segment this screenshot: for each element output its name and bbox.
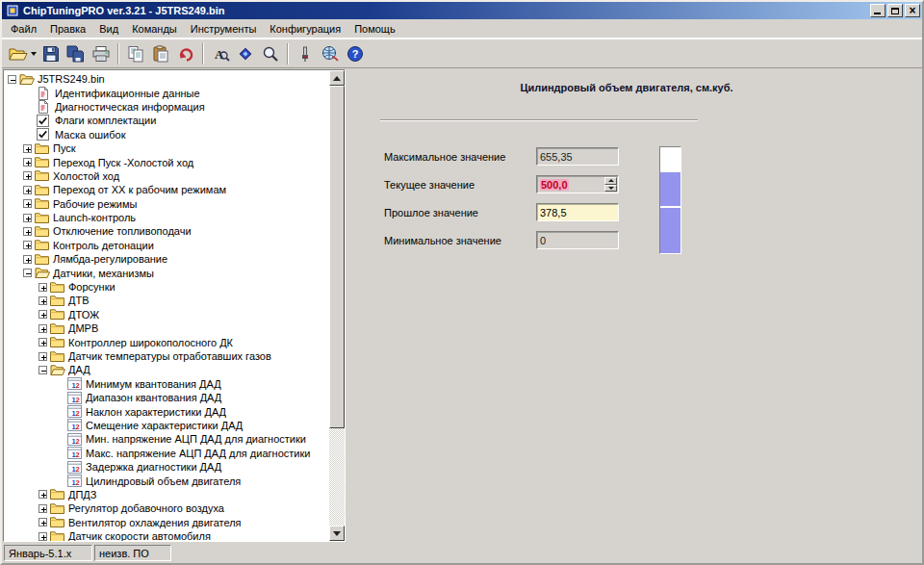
param-icon: 12	[67, 433, 83, 446]
spin-down-button[interactable]	[604, 185, 617, 193]
save-all-button[interactable]	[64, 41, 89, 65]
field-row: Прошлое значение378,5	[384, 203, 702, 221]
tree-item[interactable]: 12Смещение характеристики ДАД	[4, 419, 329, 432]
minus-expander[interactable]	[38, 366, 47, 374]
plus-expander[interactable]	[38, 518, 47, 526]
plus-expander[interactable]	[38, 504, 47, 513]
tree-item[interactable]: Launch-контроль	[4, 211, 329, 224]
compare-button[interactable]	[233, 41, 258, 65]
dropdown-caret-icon[interactable]	[31, 52, 37, 56]
tree-item[interactable]: Контроллер широкополосного ДК	[4, 335, 329, 348]
tree-item[interactable]: Диагностическая информация	[4, 100, 329, 114]
tree-item[interactable]: ДМРВ	[4, 321, 329, 335]
tree-item-label: Датчики, механизмы	[53, 268, 154, 279]
tree-item[interactable]: J5TRS249.bin	[4, 72, 329, 86]
panel-title: Цилиндровый объем двигателя, см.куб.	[424, 82, 829, 93]
menu-item-6[interactable]: Помощь	[347, 20, 402, 38]
plus-expander[interactable]	[38, 296, 47, 305]
current-value-input[interactable]: 500,0	[536, 175, 619, 193]
tree-item[interactable]: Переход от ХХ к рабочим режимам	[4, 183, 329, 196]
tree-item[interactable]: ДАД	[4, 363, 329, 376]
max-value-label: Максимальное значение	[384, 151, 536, 163]
plus-expander[interactable]	[38, 283, 47, 292]
plus-expander[interactable]	[23, 171, 32, 180]
minus-expander[interactable]	[23, 269, 32, 277]
tree-item-label: Смещение характеристики ДАД	[86, 420, 243, 431]
field-row: Минимальное значение0	[384, 231, 702, 249]
scrollbar-track[interactable]	[329, 86, 345, 526]
menu-item-5[interactable]: Конфигурация	[263, 20, 347, 38]
tools-button[interactable]	[293, 41, 318, 65]
scroll-up-button[interactable]	[329, 70, 345, 86]
plus-expander[interactable]	[23, 199, 32, 208]
tree-item[interactable]: 12Минимум квантования ДАД	[4, 377, 329, 391]
plus-expander[interactable]	[23, 241, 32, 249]
tree-item[interactable]: Идентификационные данные	[4, 86, 329, 99]
tree-item[interactable]: 12Макс. напряжение АЦП ДАД для диагности…	[4, 447, 329, 460]
font-button[interactable]: A	[208, 41, 233, 65]
tree-item[interactable]: ДТОЖ	[4, 308, 329, 321]
plus-expander[interactable]	[23, 144, 32, 153]
past-value: 378,5	[540, 207, 567, 218]
tree-item[interactable]: Переход Пуск -Холостой ход	[4, 155, 329, 168]
plus-expander[interactable]	[23, 186, 32, 194]
plus-expander[interactable]	[38, 310, 47, 319]
tree-item[interactable]: Контроль детонации	[4, 239, 329, 252]
tree-item[interactable]: 12Диапазон квантования ДАД	[4, 391, 329, 404]
plus-expander[interactable]	[23, 214, 32, 222]
tree-item[interactable]: 12Цилиндровый объем двигателя	[4, 474, 329, 487]
menu-item-0[interactable]: Файл	[4, 20, 43, 38]
tree-item[interactable]: Рабочие режимы	[4, 197, 329, 211]
tree-item[interactable]: Регулятор добавочного воздуха	[4, 501, 329, 515]
plus-expander[interactable]	[23, 158, 32, 167]
minimize-button[interactable]	[870, 4, 886, 17]
maximize-button[interactable]	[887, 4, 903, 17]
tree-item[interactable]: Холостой ход	[4, 169, 329, 183]
open-button[interactable]	[6, 41, 38, 65]
undo-button[interactable]	[173, 41, 198, 65]
tree-item[interactable]: Вентилятор охлаждения двигателя	[4, 516, 329, 529]
tree-item[interactable]: Пуск	[4, 141, 329, 155]
tree-item[interactable]: Отключение топливоподачи	[4, 224, 329, 238]
scrollbar-thumb[interactable]	[329, 86, 345, 428]
scroll-down-button[interactable]	[329, 526, 345, 541]
plus-expander[interactable]	[23, 255, 32, 264]
plus-expander[interactable]	[38, 490, 47, 499]
menu-item-2[interactable]: Вид	[92, 20, 125, 38]
tree-item[interactable]: Датчик температуры отработавших газов	[4, 349, 329, 363]
folder-icon	[35, 184, 50, 196]
menu-item-1[interactable]: Правка	[43, 20, 92, 38]
copy-button[interactable]	[123, 41, 148, 65]
paste-button[interactable]	[148, 41, 173, 65]
tree-item[interactable]: ДТВ	[4, 294, 329, 307]
tree-item[interactable]: ДПДЗ	[4, 488, 329, 501]
save-button[interactable]	[38, 41, 64, 65]
plus-expander[interactable]	[38, 338, 47, 347]
tree-item[interactable]: Флаги комплектации	[4, 114, 329, 127]
tree-item[interactable]: Датчики, механизмы	[4, 266, 329, 279]
print-button[interactable]	[89, 41, 114, 65]
menu-item-3[interactable]: Команды	[125, 20, 184, 38]
menu-item-4[interactable]: Инструменты	[184, 20, 264, 38]
close-button[interactable]: ×	[905, 4, 920, 17]
tree-item[interactable]: Датчик скорости автомобиля	[4, 529, 329, 541]
tree-item[interactable]: Лямбда-регулирование	[4, 252, 329, 266]
help-button[interactable]: ?	[343, 41, 368, 65]
plus-expander[interactable]	[23, 227, 32, 236]
tree-item[interactable]: 12Задержка диагностики ДАД	[4, 460, 329, 474]
title-bar[interactable]: ChipTuningPRO ver.3.21 - J5TRS249.bin ×	[2, 2, 922, 19]
plus-expander[interactable]	[38, 532, 47, 541]
tree-scrollbar[interactable]	[329, 70, 345, 541]
connection-button[interactable]	[318, 41, 343, 65]
search-button[interactable]	[258, 41, 283, 65]
spin-up-button[interactable]	[604, 177, 617, 185]
tree-item[interactable]: 12Наклон характеристики ДАД	[4, 404, 329, 418]
minus-expander[interactable]	[8, 75, 16, 84]
arrow-down-icon	[333, 531, 341, 536]
tree-item[interactable]: Маска ошибок	[4, 128, 329, 141]
tree-item[interactable]: 12Мин. напряжение АЦП ДАД для диагностик…	[4, 432, 329, 446]
plus-expander[interactable]	[38, 352, 47, 361]
value-spinner[interactable]	[604, 177, 617, 192]
plus-expander[interactable]	[38, 324, 47, 333]
tree-item[interactable]: Форсунки	[4, 280, 329, 294]
